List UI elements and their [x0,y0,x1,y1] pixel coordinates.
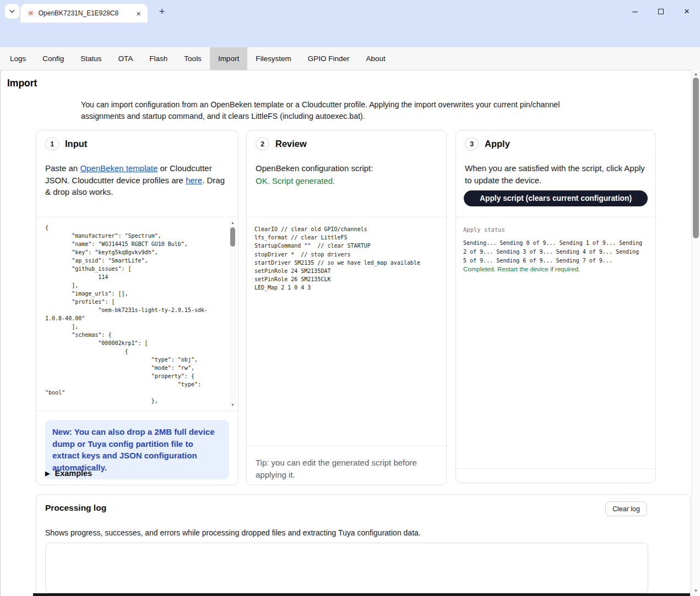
new-tab-button[interactable]: + [155,5,169,18]
apply-completed-text: Completed. Restart the device if require… [463,266,580,272]
scroll-down-icon[interactable]: ▼ [692,588,700,593]
page-scrollbar-thumb[interactable] [693,78,699,238]
scroll-up-icon[interactable]: ▲ [229,221,236,225]
processing-log-title: Processing log [45,503,106,513]
processing-log-card: Processing log Clear log Shows progress,… [36,494,691,596]
tab-tools[interactable]: Tools [176,47,210,70]
scroll-up-icon[interactable]: ▲ [692,72,700,76]
tab-about[interactable]: About [357,47,393,70]
input-panel-title: Input [65,139,87,149]
json-input-textarea[interactable]: { "manufacturer": "Spectrum", "name": "W… [45,223,215,408]
scroll-down-icon[interactable]: ▼ [229,403,236,407]
divider [247,217,446,217]
divider [456,217,655,217]
page-scrollbar[interactable]: ▲ ▼ [691,70,700,596]
close-window-button[interactable]: × [682,7,691,16]
tab-close-icon[interactable]: × [134,9,143,18]
openbeken-favicon-icon: ✳ [28,9,34,17]
processing-log-description: Shows progress, successes, and errors wh… [45,528,421,537]
window-bottom-edge [33,593,690,596]
tab-search-button[interactable] [5,4,19,19]
script-label: OpenBeken configuration script: [256,163,373,173]
tab-logs[interactable]: Logs [2,47,34,70]
textarea-scrollbar[interactable]: ▲ ▼ [229,220,236,408]
intro-text: You can import configuration from an Ope… [81,99,577,122]
apply-panel: 3 Apply When you are satisfied with the … [455,130,656,483]
step-number-3: 3 [465,137,479,151]
apply-panel-title: Apply [485,139,510,149]
tab-status[interactable]: Status [72,47,110,70]
apply-status-label: Apply status [463,226,505,233]
examples-label: Examples [55,469,92,478]
browser-tab[interactable]: ✳ OpenBK7231N_E1E928C8 × [20,4,148,23]
step-number-2: 2 [256,137,269,151]
apply-panel-description: When you are satisfied with the script, … [465,162,647,186]
page-title: Import [7,78,37,89]
input-panel: 1 Input Paste an OpenBeken template or C… [36,130,238,485]
apply-script-button[interactable]: Apply script (clears current configurati… [464,190,648,206]
review-panel-title: Review [275,139,307,149]
examples-toggle[interactable]: ▶ Examples [45,469,92,478]
script-tip-text: Tip: you can edit the generated script b… [256,457,437,480]
step-number-1: 1 [45,137,59,151]
processing-log-output[interactable] [45,543,648,593]
new-label: New: [52,427,72,436]
textarea-scrollbar-thumb[interactable] [230,227,235,247]
tab-filesystem[interactable]: Filesystem [247,47,300,70]
browser-tab-title: OpenBK7231N_E1E928C8 [39,9,134,17]
tab-import[interactable]: Import [210,47,247,70]
page-content: Import You can import configuration from… [0,70,691,596]
tab-config[interactable]: Config [34,47,72,70]
apply-status-text: Sending... Sending 0 of 9... Sending 1 o… [463,239,645,265]
app-navbar: Logs Config Status OTA Flash Tools Impor… [0,47,700,70]
divider [456,468,655,469]
tab-ota[interactable]: OTA [110,47,142,70]
browser-toolbar: ⚠ Not secure 192.168.1.175/app? ☆ ⋮ [0,23,700,47]
expand-triangle-icon: ▶ [45,470,50,477]
browser-tab-strip: ✳ OpenBK7231N_E1E928C8 × + – × [0,0,700,23]
tab-flash[interactable]: Flash [141,47,176,70]
tab-gpio-finder[interactable]: GPIO Finder [300,47,358,70]
divider [36,411,238,411]
input-panel-description: Paste an OpenBeken template or Cloudcutt… [45,162,229,198]
script-generated-status: OK. Script generated. [256,176,335,185]
chevron-down-icon [8,8,16,15]
cloudcutter-profiles-link[interactable]: here [186,176,202,185]
openbeken-template-link[interactable]: OpenBeken template [80,163,158,173]
maximize-button[interactable] [656,7,665,16]
divider [247,445,446,446]
generated-script-editor[interactable]: ClearIO // clear old GPIO/channels lfs_f… [254,225,441,292]
clear-log-button[interactable]: Clear log [605,501,647,516]
review-panel: 2 Review OpenBeken configuration script:… [246,130,447,485]
minimize-button[interactable]: – [631,7,639,16]
maximize-icon [658,9,664,14]
window-controls: – × [631,0,691,23]
divider [36,217,238,217]
